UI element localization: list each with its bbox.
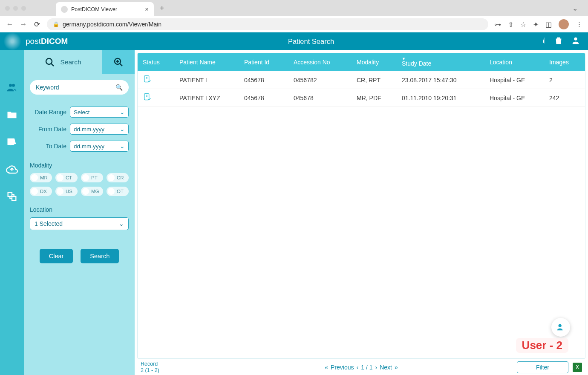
to-date-label: To Date: [30, 143, 66, 150]
to-date-input[interactable]: dd.mm.yyyy⌄: [70, 141, 129, 152]
modality-toggle-cr[interactable]: CR: [107, 173, 129, 182]
user-icon[interactable]: [571, 36, 580, 47]
browser-chrome: PostDICOM Viewer × + ⌄ ← → ⟳ 🔒 germany.p…: [0, 0, 588, 32]
status-cell: [138, 89, 174, 107]
maximize-window[interactable]: [21, 6, 26, 11]
col-location[interactable]: Location: [484, 53, 544, 71]
search-tab-label: Search: [60, 58, 81, 66]
sort-icon[interactable]: [537, 36, 546, 47]
close-window[interactable]: [5, 6, 10, 11]
table-row[interactable]: PATIENT I0456780456782CR, RPT23.08.2017 …: [138, 71, 585, 89]
app-header: postDICOM Patient Search: [0, 32, 588, 50]
new-tab-button[interactable]: +: [160, 4, 164, 13]
address-bar[interactable]: 🔒 germany.postdicom.com/Viewer/Main: [47, 18, 488, 30]
modality-toggle-mr[interactable]: MR: [30, 173, 52, 182]
upload-nav-icon[interactable]: [5, 162, 19, 176]
col-accession[interactable]: Accession No: [288, 53, 352, 71]
status-cell: [138, 71, 174, 89]
excel-export-icon[interactable]: X: [573, 363, 582, 372]
advanced-search-tab[interactable]: [102, 50, 135, 74]
cell-patient-id: 045678: [239, 89, 288, 107]
modality-toggle-dx[interactable]: DX: [30, 187, 52, 196]
col-modality[interactable]: Modality: [352, 53, 397, 71]
search-button[interactable]: Search: [81, 249, 119, 263]
tabs-dropdown-icon[interactable]: ⌄: [572, 4, 578, 12]
page-indicator: 1 / 1: [361, 364, 372, 371]
results-table: Status Patient Name Patient Id Accession…: [138, 53, 585, 107]
table-row[interactable]: PATIENT I XYZ045678045678MR, PDF01.11.20…: [138, 89, 585, 107]
col-patient-id[interactable]: Patient Id: [239, 53, 288, 71]
from-date-input[interactable]: dd.mm.yyyy⌄: [70, 124, 129, 135]
last-page-button[interactable]: »: [395, 364, 398, 371]
keyword-placeholder: Keyword: [36, 84, 59, 91]
col-status[interactable]: Status: [138, 53, 174, 71]
prev-arrow-icon[interactable]: ‹: [357, 364, 359, 371]
page-title: Patient Search: [85, 38, 537, 46]
browser-menu-icon[interactable]: ⋮: [576, 20, 582, 29]
cell-patient-name: PATIENT I: [174, 71, 239, 89]
user-overlay-label: User - 2: [516, 338, 568, 353]
search-tab[interactable]: Search: [24, 50, 102, 74]
cell-study-date: 23.08.2017 15:47:30: [397, 71, 484, 89]
patients-nav-icon[interactable]: [5, 80, 19, 95]
cell-accession: 0456782: [288, 71, 352, 89]
cell-location: Hospital - GE: [484, 89, 544, 107]
cell-images: 2: [544, 71, 585, 89]
profile-avatar[interactable]: [559, 19, 569, 29]
share-icon[interactable]: ⇧: [508, 20, 513, 29]
add-user-fab[interactable]: [551, 318, 570, 337]
folder-nav-icon[interactable]: [5, 107, 19, 122]
transfer-nav-icon[interactable]: [5, 189, 19, 204]
close-tab-icon[interactable]: ×: [145, 6, 149, 13]
col-study-date[interactable]: ▼Study Date: [397, 53, 484, 71]
location-select[interactable]: 1 Selected⌄: [30, 217, 129, 230]
svg-point-0: [46, 58, 52, 64]
record-label: Record: [141, 361, 159, 367]
cell-images: 242: [544, 89, 585, 107]
chevron-down-icon: ⌄: [119, 220, 124, 227]
first-page-button[interactable]: «: [325, 364, 328, 371]
from-date-label: From Date: [30, 126, 66, 133]
date-range-select[interactable]: Select⌄: [70, 107, 129, 118]
modality-toggle-us[interactable]: US: [55, 187, 78, 196]
cards-nav-icon[interactable]: [5, 135, 19, 149]
cell-modality: MR, PDF: [352, 89, 397, 107]
window-controls: [5, 6, 26, 11]
logo-icon: [3, 32, 21, 50]
reload-button[interactable]: ⟳: [33, 20, 41, 29]
record-count: 2 (1 - 2): [141, 367, 159, 373]
col-images[interactable]: Images: [544, 53, 585, 71]
browser-tab[interactable]: PostDICOM Viewer ×: [56, 2, 154, 16]
cell-patient-id: 045678: [239, 71, 288, 89]
previous-page-button[interactable]: Previous: [331, 364, 354, 371]
date-range-label: Date Range: [30, 109, 66, 115]
modality-toggle-pt[interactable]: PT: [81, 173, 103, 182]
lock-icon: 🔒: [53, 21, 59, 27]
cell-study-date: 01.11.2010 19:20:31: [397, 89, 484, 107]
favicon: [61, 6, 68, 13]
extensions-icon[interactable]: ✦: [533, 20, 539, 29]
forward-button[interactable]: →: [20, 20, 27, 29]
search-icon: 🔍: [115, 84, 123, 91]
clear-button[interactable]: Clear: [40, 249, 73, 263]
trash-icon[interactable]: [554, 36, 563, 47]
keyword-input[interactable]: Keyword 🔍: [30, 80, 129, 95]
back-button[interactable]: ←: [6, 20, 14, 29]
key-icon[interactable]: ⊶: [494, 20, 501, 29]
panel-icon[interactable]: ◫: [545, 20, 552, 29]
filter-button[interactable]: Filter: [517, 361, 568, 373]
table-footer: Record 2 (1 - 2) « Previous ‹ 1 / 1 › Ne…: [135, 359, 588, 375]
next-arrow-icon[interactable]: ›: [375, 364, 377, 371]
bookmark-icon[interactable]: ☆: [520, 20, 526, 29]
modality-toggle-ct[interactable]: CT: [55, 173, 78, 182]
next-page-button[interactable]: Next: [380, 364, 392, 371]
col-patient-name[interactable]: Patient Name: [174, 53, 239, 71]
modality-toggle-ot[interactable]: OT: [107, 187, 129, 196]
cell-accession: 045678: [288, 89, 352, 107]
location-section-label: Location: [30, 206, 129, 213]
url-text: germany.postdicom.com/Viewer/Main: [63, 21, 161, 28]
cell-modality: CR, RPT: [352, 71, 397, 89]
chevron-down-icon: ⌄: [120, 143, 125, 150]
minimize-window[interactable]: [13, 6, 18, 11]
modality-toggle-mg[interactable]: MG: [81, 187, 103, 196]
